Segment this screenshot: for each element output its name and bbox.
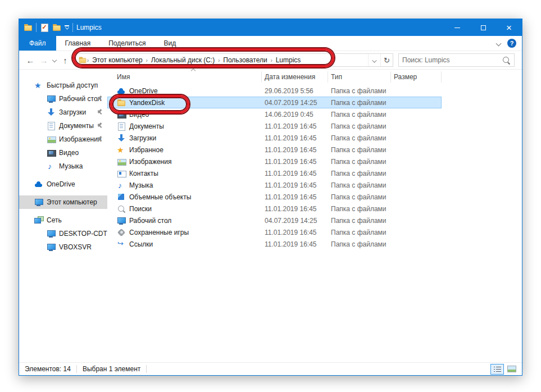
file-type: Папка с файлами: [328, 217, 391, 225]
breadcrumb-users[interactable]: Пользователи: [220, 56, 270, 64]
network-icon: [34, 216, 43, 225]
new-folder-icon[interactable]: [52, 23, 61, 32]
crumb-separator: ›: [218, 57, 220, 64]
sidebar-item-onedrive[interactable]: OneDrive: [19, 177, 107, 191]
breadcrumb-local-disk-c[interactable]: Локальный диск (C:): [148, 56, 219, 64]
up-button[interactable]: ↑: [60, 56, 71, 65]
tab-file[interactable]: Файл: [19, 36, 56, 51]
properties-icon[interactable]: [40, 23, 49, 32]
file-name: Музыка: [129, 181, 153, 189]
file-row-saved-games[interactable]: Сохраненные игры 11.01.2019 16:45 Папка …: [107, 226, 442, 238]
file-row-yandexdisk[interactable]: YandexDisk 04.07.2019 14:25 Папка с файл…: [107, 97, 442, 108]
search-input[interactable]: [399, 56, 502, 64]
sidebar-item-videos[interactable]: Видео: [19, 146, 107, 159]
breadcrumb-lumpics[interactable]: Lumpics: [272, 56, 304, 64]
file-name: Загрузки: [129, 134, 156, 142]
close-button[interactable]: ×: [496, 19, 522, 36]
ribbon-tabs: Файл Главная Поделиться Вид ?: [19, 36, 522, 51]
computer-icon: [47, 243, 56, 252]
file-type: Папка с файлами: [328, 240, 391, 248]
forward-button[interactable]: →: [38, 56, 49, 65]
file-name: OneDrive: [129, 87, 158, 95]
sidebar-item-network[interactable]: Сеть: [19, 213, 107, 227]
file-type: Папка с файлами: [328, 170, 391, 177]
maximize-button[interactable]: [470, 19, 496, 36]
sidebar-label: Видео: [59, 149, 79, 157]
sidebar-item-desktop-cdt162f[interactable]: DESKTOP-CDT162F: [19, 227, 107, 240]
sidebar-label: Быстрый доступ: [47, 81, 98, 89]
main-content: Быстрый доступ Рабочий стол Загрузки Док…: [19, 70, 522, 362]
expand-ribbon-chevron-icon[interactable]: [496, 40, 502, 46]
downloads-icon: [117, 134, 126, 143]
customize-toolbar-chevron-icon[interactable]: [65, 25, 69, 30]
star-icon: [117, 145, 126, 154]
sidebar-item-music[interactable]: Музыка: [19, 159, 107, 173]
pictures-icon: [47, 135, 56, 144]
back-button[interactable]: ←: [25, 56, 36, 65]
maximize-icon: [481, 25, 486, 30]
search-icon: [502, 56, 511, 65]
minimize-button[interactable]: [444, 19, 470, 36]
file-date: 11.01.2019 16:45: [262, 146, 328, 154]
quick-access-star-icon: [34, 81, 43, 90]
folder-icon: [24, 23, 33, 32]
onedrive-cloud-icon: [34, 180, 43, 189]
file-name: Избранное: [129, 146, 163, 154]
file-row-documents[interactable]: Документы 11.01.2019 16:45 Папка с файла…: [107, 120, 442, 132]
tab-view[interactable]: Вид: [154, 36, 185, 51]
cloud-icon: [117, 86, 126, 95]
sidebar-item-vboxsvr[interactable]: VBOXSVR: [19, 240, 107, 254]
pin-icon: [96, 95, 103, 102]
file-row-links[interactable]: Ссылки 11.01.2019 16:45 Папка с файлами: [107, 238, 442, 250]
sidebar-item-desktop[interactable]: Рабочий стол: [19, 92, 107, 106]
file-row-favorites[interactable]: Избранное 11.01.2019 16:45 Папка с файла…: [107, 144, 442, 156]
file-row-3d-objects[interactable]: Объемные объекты 11.01.2019 16:45 Папка …: [107, 191, 442, 203]
thumbnails-view-icon: [507, 366, 516, 372]
file-row-desktop[interactable]: Рабочий стол 04.07.2019 14:25 Папка с фа…: [107, 215, 442, 226]
thumbnails-view-button[interactable]: [505, 364, 519, 375]
details-view-button[interactable]: [490, 364, 504, 375]
file-date: 11.01.2019 16:45: [262, 240, 328, 248]
file-row-music[interactable]: Музыка 11.01.2019 16:45 Папка с файлами: [107, 179, 442, 191]
sidebar-item-documents[interactable]: Документы: [19, 119, 107, 133]
recent-locations-chevron-icon[interactable]: [52, 58, 57, 62]
file-name: YandexDisk: [129, 99, 165, 107]
breadcrumb-this-pc[interactable]: Этот компьютер: [89, 56, 146, 64]
sidebar-label: DESKTOP-CDT162F: [59, 230, 107, 238]
help-icon[interactable]: ?: [507, 39, 516, 48]
column-header-type[interactable]: Тип: [328, 71, 391, 83]
file-row-onedrive[interactable]: OneDrive 29.06.2019 5:56 Папка с файлами: [107, 85, 442, 97]
file-row-searches[interactable]: Поиски 11.01.2019 16:45 Папка с файлами: [107, 203, 442, 215]
address-bar[interactable]: › Этот компьютер › Локальный диск (C:) ›…: [75, 53, 393, 67]
file-date: 11.01.2019 16:45: [262, 122, 328, 130]
file-row-downloads[interactable]: Загрузки 11.01.2019 16:45 Папка с файлам…: [107, 132, 442, 144]
saved-games-icon: [117, 228, 126, 237]
sidebar-item-this-pc[interactable]: Этот компьютер: [19, 195, 107, 209]
picture-icon: [117, 157, 126, 166]
tab-share[interactable]: Поделиться: [99, 36, 154, 51]
sidebar-item-downloads[interactable]: Загрузки: [19, 106, 107, 119]
separator: [76, 365, 77, 373]
search-icon: [117, 204, 126, 213]
contacts-icon: [117, 169, 126, 178]
sidebar-item-pictures[interactable]: Изображения: [19, 133, 107, 146]
explorer-window: Lumpics × Файл Главная Поделиться Вид ? …: [19, 19, 522, 376]
separator: [72, 23, 73, 32]
file-row-videos[interactable]: Видео 14.06.2019 0:45 Папка с файлами: [107, 108, 442, 120]
file-row-contacts[interactable]: Контакты 11.01.2019 16:45 Папка с файлам…: [107, 167, 442, 179]
pin-icon: [96, 109, 103, 116]
sidebar-item-quick-access[interactable]: Быстрый доступ: [19, 79, 107, 92]
file-row-pictures[interactable]: Изображения 11.01.2019 16:45 Папка с фай…: [107, 156, 442, 167]
file-rows: OneDrive 29.06.2019 5:56 Папка с файлами…: [107, 85, 522, 250]
details-view-icon: [494, 366, 501, 372]
address-dropdown-button[interactable]: [368, 54, 380, 66]
column-header-date[interactable]: Дата изменения: [262, 71, 328, 83]
tab-home[interactable]: Главная: [56, 36, 100, 51]
search-box[interactable]: [398, 53, 515, 67]
column-header-name[interactable]: Имя: [107, 71, 262, 83]
column-header-size[interactable]: Размер: [391, 71, 442, 83]
file-name: Рабочий стол: [129, 217, 171, 225]
window-controls: ×: [444, 19, 522, 36]
file-date: 11.01.2019 16:45: [262, 181, 328, 189]
refresh-button[interactable]: ↻: [380, 54, 393, 66]
